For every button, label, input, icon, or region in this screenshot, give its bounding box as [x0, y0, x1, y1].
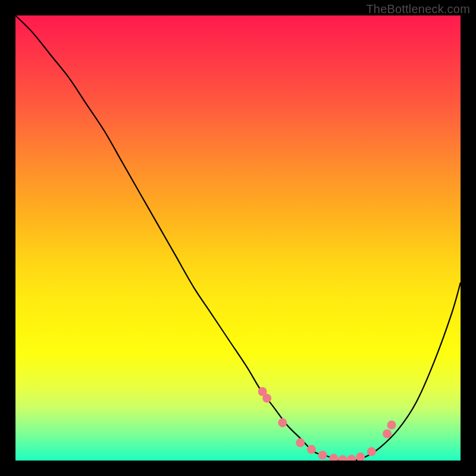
marker-dot — [383, 430, 392, 439]
highlight-markers — [258, 387, 396, 461]
marker-dot — [338, 455, 347, 461]
marker-dot — [356, 453, 365, 461]
plot-area — [15, 15, 461, 461]
chart-frame: TheBottleneck.com — [0, 0, 476, 476]
marker-dot — [262, 394, 271, 403]
curve-layer — [15, 15, 461, 461]
marker-dot — [318, 451, 327, 460]
attribution-label: TheBottleneck.com — [366, 2, 470, 16]
marker-dot — [367, 447, 376, 456]
marker-dot — [296, 439, 305, 447]
marker-dot — [347, 455, 356, 461]
bottleneck-curve — [15, 15, 461, 461]
marker-dot — [278, 418, 287, 427]
marker-dot — [307, 445, 316, 454]
marker-dot — [387, 421, 396, 430]
marker-dot — [329, 454, 338, 461]
